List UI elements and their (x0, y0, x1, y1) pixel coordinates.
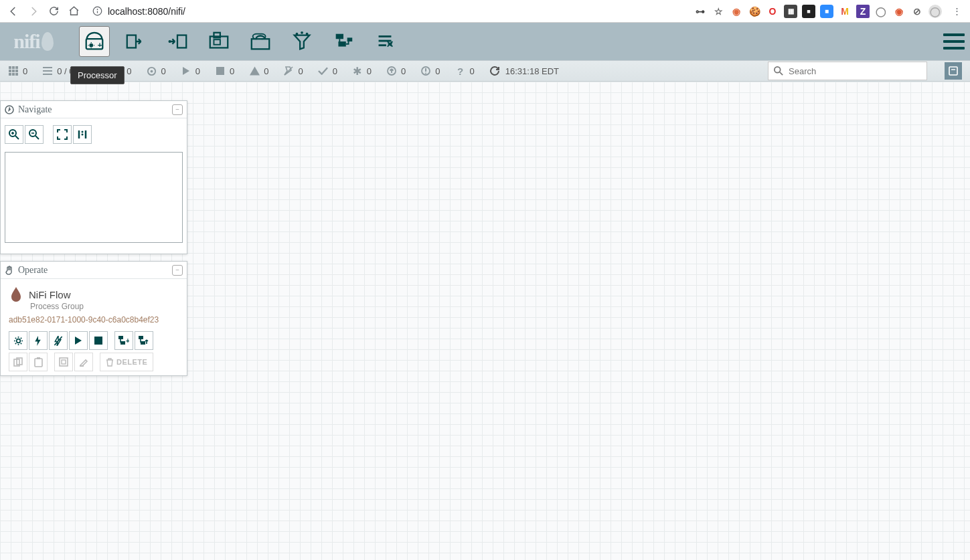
svg-rect-23 (12, 66, 15, 69)
zoom-actual-button[interactable] (73, 125, 92, 144)
svg-rect-70 (35, 359, 42, 367)
svg-point-60 (16, 339, 20, 343)
status-bar: 0 0 / 0 bytes 0 0 0 0 0 0 0 ✱ 0 0 0 (0, 60, 970, 82)
input-port-drag-button[interactable] (120, 26, 151, 57)
navigate-title: Navigate (18, 104, 52, 115)
browser-home-button[interactable] (66, 3, 82, 19)
processor-tooltip: Processor (70, 66, 125, 84)
operate-title: Operate (18, 265, 48, 276)
address-bar[interactable]: localhost:8080/nifi/ (86, 2, 690, 21)
ext-icon-6[interactable]: ■ (820, 5, 833, 18)
configure-button[interactable] (9, 331, 27, 350)
copy-button[interactable] (9, 353, 27, 371)
ext-icon-2[interactable]: 🍪 (748, 5, 761, 18)
svg-text:+: + (126, 337, 129, 345)
svg-point-58 (82, 134, 84, 136)
enable-button[interactable] (29, 331, 48, 350)
delete-button[interactable]: DELETE (100, 353, 153, 371)
svg-point-37 (151, 70, 153, 72)
refresh-icon[interactable] (489, 66, 500, 76)
svg-rect-6 (127, 35, 136, 48)
svg-rect-25 (9, 70, 11, 72)
ext-icon-4[interactable]: ▦ (784, 5, 797, 18)
bulletin-board-button[interactable] (945, 62, 962, 80)
stat-disabled: 0 (283, 66, 303, 76)
svg-point-14 (301, 31, 303, 34)
zoom-out-button[interactable] (25, 125, 44, 144)
bookmark-star-icon[interactable]: ☆ (712, 5, 725, 18)
navigate-panel: Navigate − (0, 100, 187, 254)
upload-template-button[interactable] (135, 331, 153, 350)
browser-menu-button[interactable]: ⋮ (949, 6, 965, 16)
process-group-drag-button[interactable] (204, 26, 234, 57)
svg-point-43 (425, 73, 426, 74)
operate-panel: Operate − NiFi Flow Process Group adb51e… (0, 261, 187, 376)
operate-collapse-button[interactable]: − (172, 265, 183, 276)
warning-icon (249, 66, 260, 76)
browser-reload-button[interactable] (46, 3, 62, 19)
create-template-button[interactable]: + (114, 331, 133, 350)
svg-rect-22 (9, 66, 11, 69)
svg-rect-71 (37, 357, 40, 359)
search-box[interactable] (768, 62, 927, 80)
stat-up-to-date: 0 (318, 66, 337, 76)
svg-line-54 (35, 136, 39, 139)
nifi-header: nifi + (0, 23, 970, 60)
play-icon (181, 66, 191, 76)
remote-process-group-drag-button[interactable] (245, 26, 276, 57)
ext-icon-3[interactable]: O (766, 5, 779, 18)
ext-icon-9[interactable]: ◯ (874, 5, 888, 18)
processor-drag-button[interactable]: + (79, 26, 110, 57)
site-info-icon (92, 6, 102, 16)
group-button[interactable] (54, 353, 73, 371)
ext-icon-1[interactable]: ◉ (730, 5, 743, 18)
ext-icon-10[interactable]: ◉ (892, 5, 906, 18)
navigate-collapse-button[interactable]: − (172, 104, 183, 115)
ext-icon-5[interactable]: ■ (802, 5, 815, 18)
browser-chrome: localhost:8080/nifi/ ⊶ ☆ ◉ 🍪 O ▦ ■ ■ M Z… (0, 0, 970, 23)
global-menu-button[interactable] (943, 33, 965, 50)
label-drag-button[interactable] (370, 26, 400, 57)
svg-rect-24 (15, 66, 18, 69)
browser-forward-button[interactable] (25, 3, 42, 19)
funnel-drag-button[interactable] (287, 26, 317, 57)
stop-icon (215, 66, 226, 76)
ext-icon-8[interactable]: Z (856, 5, 870, 18)
compass-icon (5, 105, 14, 114)
svg-rect-46 (949, 67, 957, 75)
svg-point-13 (296, 33, 299, 35)
svg-point-4 (89, 43, 93, 48)
ext-icon-7[interactable]: M (838, 5, 852, 18)
stat-sync-failure: 0 (420, 66, 440, 76)
flow-id: adb51e82-0171-1000-9c40-c6a0c8b4ef23 (9, 315, 179, 324)
disable-button[interactable] (49, 331, 68, 350)
birdseye-view[interactable] (5, 152, 183, 243)
browser-back-button[interactable] (5, 3, 21, 19)
svg-rect-67 (141, 341, 145, 345)
stat-running: 0 (181, 66, 200, 76)
svg-rect-73 (62, 360, 66, 364)
search-input[interactable] (789, 66, 921, 76)
svg-rect-30 (15, 73, 18, 76)
start-button[interactable] (69, 331, 88, 350)
stat-transmitting-enabled: 0 (146, 66, 165, 76)
stop-button[interactable] (89, 331, 108, 350)
svg-text:+: + (98, 41, 102, 49)
extension-icons: ⊶ ☆ ◉ 🍪 O ▦ ■ ■ M Z ◯ ◉ ⊘ ◯ (694, 5, 942, 18)
profile-avatar-icon[interactable]: ◯ (928, 5, 942, 18)
svg-point-44 (775, 67, 781, 73)
alert-circle-icon (420, 66, 431, 76)
svg-rect-17 (338, 41, 345, 47)
nifi-logo: nifi (0, 23, 67, 60)
output-port-drag-button[interactable] (162, 26, 193, 57)
paste-button[interactable] (29, 353, 48, 371)
svg-rect-62 (94, 337, 102, 345)
svg-rect-38 (216, 67, 224, 75)
zoom-in-button[interactable] (5, 125, 23, 144)
fill-color-button[interactable] (74, 353, 93, 371)
zoom-fit-button[interactable] (53, 125, 72, 144)
ext-icon-11[interactable]: ⊘ (910, 5, 924, 18)
template-drag-button[interactable] (328, 26, 359, 57)
stat-stale: 0 (386, 66, 406, 76)
key-icon[interactable]: ⊶ (694, 5, 707, 18)
